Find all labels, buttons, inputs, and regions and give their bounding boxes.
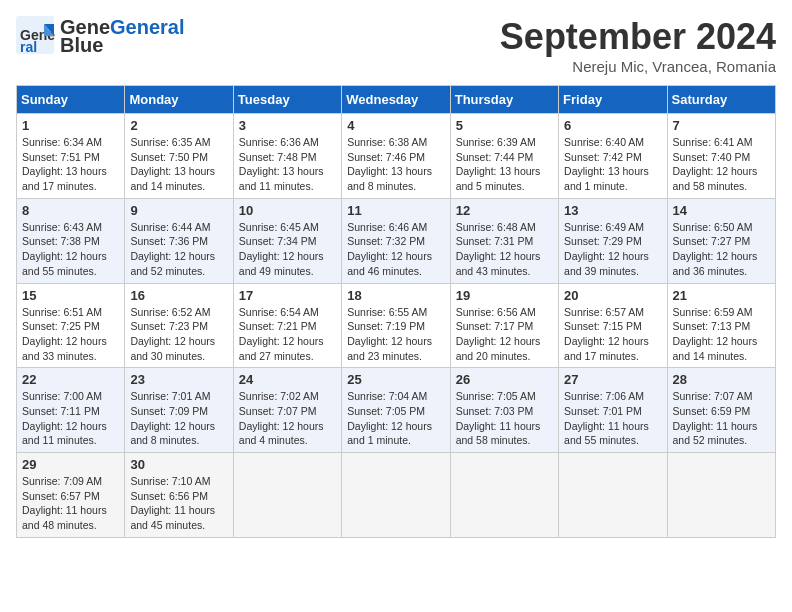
day-number: 7 <box>673 118 770 133</box>
day-number: 29 <box>22 457 119 472</box>
day-number: 27 <box>564 372 661 387</box>
calendar-cell <box>450 453 558 538</box>
weekday-header-monday: Monday <box>125 86 233 114</box>
calendar-cell: 22Sunrise: 7:00 AMSunset: 7:11 PMDayligh… <box>17 368 125 453</box>
calendar-week-row: 8Sunrise: 6:43 AMSunset: 7:38 PMDaylight… <box>17 198 776 283</box>
month-title: September 2024 <box>500 16 776 58</box>
calendar-cell: 2Sunrise: 6:35 AMSunset: 7:50 PMDaylight… <box>125 114 233 199</box>
day-number: 10 <box>239 203 336 218</box>
day-info: Sunrise: 7:05 AMSunset: 7:03 PMDaylight:… <box>456 389 553 448</box>
day-info: Sunrise: 6:41 AMSunset: 7:40 PMDaylight:… <box>673 135 770 194</box>
day-info: Sunrise: 6:48 AMSunset: 7:31 PMDaylight:… <box>456 220 553 279</box>
calendar-cell: 6Sunrise: 6:40 AMSunset: 7:42 PMDaylight… <box>559 114 667 199</box>
day-number: 9 <box>130 203 227 218</box>
day-number: 22 <box>22 372 119 387</box>
weekday-header-saturday: Saturday <box>667 86 775 114</box>
weekday-header-friday: Friday <box>559 86 667 114</box>
calendar-cell: 30Sunrise: 7:10 AMSunset: 6:56 PMDayligh… <box>125 453 233 538</box>
calendar-cell: 28Sunrise: 7:07 AMSunset: 6:59 PMDayligh… <box>667 368 775 453</box>
calendar-cell <box>233 453 341 538</box>
calendar-cell: 1Sunrise: 6:34 AMSunset: 7:51 PMDaylight… <box>17 114 125 199</box>
calendar-cell: 26Sunrise: 7:05 AMSunset: 7:03 PMDayligh… <box>450 368 558 453</box>
calendar-cell: 10Sunrise: 6:45 AMSunset: 7:34 PMDayligh… <box>233 198 341 283</box>
calendar-table: SundayMondayTuesdayWednesdayThursdayFrid… <box>16 85 776 538</box>
day-info: Sunrise: 6:59 AMSunset: 7:13 PMDaylight:… <box>673 305 770 364</box>
calendar-week-row: 1Sunrise: 6:34 AMSunset: 7:51 PMDaylight… <box>17 114 776 199</box>
weekday-header-thursday: Thursday <box>450 86 558 114</box>
page-header: Gene ral GeneGeneral Blue September 2024… <box>16 16 776 75</box>
day-info: Sunrise: 6:56 AMSunset: 7:17 PMDaylight:… <box>456 305 553 364</box>
day-number: 28 <box>673 372 770 387</box>
day-info: Sunrise: 6:49 AMSunset: 7:29 PMDaylight:… <box>564 220 661 279</box>
day-info: Sunrise: 7:07 AMSunset: 6:59 PMDaylight:… <box>673 389 770 448</box>
day-info: Sunrise: 7:09 AMSunset: 6:57 PMDaylight:… <box>22 474 119 533</box>
day-number: 1 <box>22 118 119 133</box>
day-info: Sunrise: 7:10 AMSunset: 6:56 PMDaylight:… <box>130 474 227 533</box>
day-info: Sunrise: 7:06 AMSunset: 7:01 PMDaylight:… <box>564 389 661 448</box>
calendar-week-row: 22Sunrise: 7:00 AMSunset: 7:11 PMDayligh… <box>17 368 776 453</box>
day-number: 16 <box>130 288 227 303</box>
day-number: 6 <box>564 118 661 133</box>
calendar-cell: 7Sunrise: 6:41 AMSunset: 7:40 PMDaylight… <box>667 114 775 199</box>
day-number: 2 <box>130 118 227 133</box>
calendar-cell <box>342 453 450 538</box>
calendar-cell: 4Sunrise: 6:38 AMSunset: 7:46 PMDaylight… <box>342 114 450 199</box>
calendar-cell: 27Sunrise: 7:06 AMSunset: 7:01 PMDayligh… <box>559 368 667 453</box>
day-info: Sunrise: 6:34 AMSunset: 7:51 PMDaylight:… <box>22 135 119 194</box>
day-number: 14 <box>673 203 770 218</box>
day-number: 13 <box>564 203 661 218</box>
calendar-cell: 29Sunrise: 7:09 AMSunset: 6:57 PMDayligh… <box>17 453 125 538</box>
day-info: Sunrise: 7:01 AMSunset: 7:09 PMDaylight:… <box>130 389 227 448</box>
calendar-cell: 8Sunrise: 6:43 AMSunset: 7:38 PMDaylight… <box>17 198 125 283</box>
day-number: 5 <box>456 118 553 133</box>
calendar-cell: 19Sunrise: 6:56 AMSunset: 7:17 PMDayligh… <box>450 283 558 368</box>
day-number: 23 <box>130 372 227 387</box>
calendar-cell: 23Sunrise: 7:01 AMSunset: 7:09 PMDayligh… <box>125 368 233 453</box>
calendar-cell: 25Sunrise: 7:04 AMSunset: 7:05 PMDayligh… <box>342 368 450 453</box>
calendar-week-row: 29Sunrise: 7:09 AMSunset: 6:57 PMDayligh… <box>17 453 776 538</box>
day-info: Sunrise: 6:57 AMSunset: 7:15 PMDaylight:… <box>564 305 661 364</box>
calendar-cell <box>559 453 667 538</box>
day-number: 11 <box>347 203 444 218</box>
calendar-cell: 3Sunrise: 6:36 AMSunset: 7:48 PMDaylight… <box>233 114 341 199</box>
day-info: Sunrise: 6:54 AMSunset: 7:21 PMDaylight:… <box>239 305 336 364</box>
day-info: Sunrise: 6:52 AMSunset: 7:23 PMDaylight:… <box>130 305 227 364</box>
day-info: Sunrise: 6:51 AMSunset: 7:25 PMDaylight:… <box>22 305 119 364</box>
day-info: Sunrise: 6:39 AMSunset: 7:44 PMDaylight:… <box>456 135 553 194</box>
calendar-header-row: SundayMondayTuesdayWednesdayThursdayFrid… <box>17 86 776 114</box>
day-number: 18 <box>347 288 444 303</box>
calendar-cell: 17Sunrise: 6:54 AMSunset: 7:21 PMDayligh… <box>233 283 341 368</box>
calendar-cell: 16Sunrise: 6:52 AMSunset: 7:23 PMDayligh… <box>125 283 233 368</box>
day-number: 3 <box>239 118 336 133</box>
day-info: Sunrise: 6:45 AMSunset: 7:34 PMDaylight:… <box>239 220 336 279</box>
day-number: 15 <box>22 288 119 303</box>
day-number: 8 <box>22 203 119 218</box>
day-number: 4 <box>347 118 444 133</box>
day-info: Sunrise: 7:00 AMSunset: 7:11 PMDaylight:… <box>22 389 119 448</box>
calendar-cell: 24Sunrise: 7:02 AMSunset: 7:07 PMDayligh… <box>233 368 341 453</box>
day-info: Sunrise: 6:50 AMSunset: 7:27 PMDaylight:… <box>673 220 770 279</box>
day-number: 21 <box>673 288 770 303</box>
day-info: Sunrise: 6:43 AMSunset: 7:38 PMDaylight:… <box>22 220 119 279</box>
weekday-header-wednesday: Wednesday <box>342 86 450 114</box>
day-info: Sunrise: 6:40 AMSunset: 7:42 PMDaylight:… <box>564 135 661 194</box>
weekday-header-tuesday: Tuesday <box>233 86 341 114</box>
calendar-cell: 21Sunrise: 6:59 AMSunset: 7:13 PMDayligh… <box>667 283 775 368</box>
day-info: Sunrise: 7:04 AMSunset: 7:05 PMDaylight:… <box>347 389 444 448</box>
day-info: Sunrise: 6:35 AMSunset: 7:50 PMDaylight:… <box>130 135 227 194</box>
calendar-cell: 11Sunrise: 6:46 AMSunset: 7:32 PMDayligh… <box>342 198 450 283</box>
day-info: Sunrise: 6:36 AMSunset: 7:48 PMDaylight:… <box>239 135 336 194</box>
calendar-cell: 12Sunrise: 6:48 AMSunset: 7:31 PMDayligh… <box>450 198 558 283</box>
day-number: 17 <box>239 288 336 303</box>
day-info: Sunrise: 6:44 AMSunset: 7:36 PMDaylight:… <box>130 220 227 279</box>
title-section: September 2024 Nereju Mic, Vrancea, Roma… <box>500 16 776 75</box>
day-info: Sunrise: 7:02 AMSunset: 7:07 PMDaylight:… <box>239 389 336 448</box>
day-number: 24 <box>239 372 336 387</box>
calendar-cell: 13Sunrise: 6:49 AMSunset: 7:29 PMDayligh… <box>559 198 667 283</box>
calendar-cell: 9Sunrise: 6:44 AMSunset: 7:36 PMDaylight… <box>125 198 233 283</box>
logo: Gene ral GeneGeneral Blue <box>16 16 185 56</box>
day-number: 26 <box>456 372 553 387</box>
day-number: 19 <box>456 288 553 303</box>
calendar-cell: 20Sunrise: 6:57 AMSunset: 7:15 PMDayligh… <box>559 283 667 368</box>
day-info: Sunrise: 6:38 AMSunset: 7:46 PMDaylight:… <box>347 135 444 194</box>
